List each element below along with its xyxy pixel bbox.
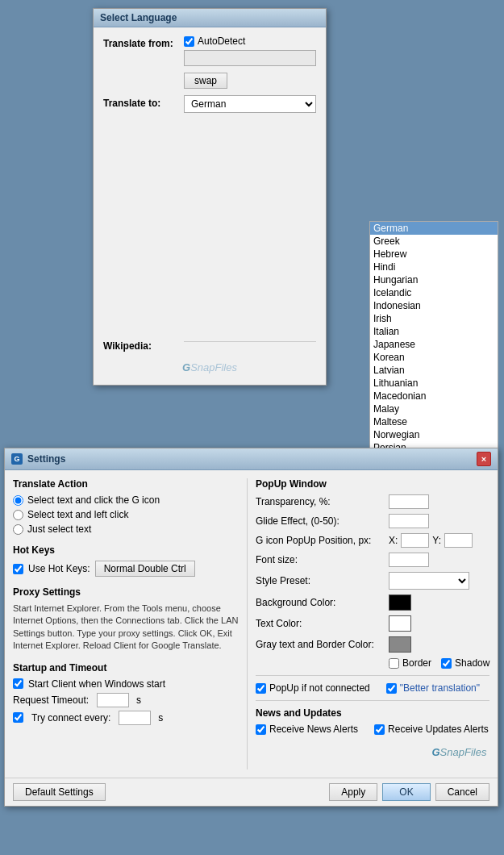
select-language-title: Select Language (100, 12, 177, 23)
language-list-item[interactable]: Icelandic (370, 286, 498, 299)
transparency-input[interactable]: 50 (389, 494, 429, 509)
better-translation-label: "Better translation" (400, 682, 480, 694)
language-list-item[interactable]: Hebrew (370, 248, 498, 261)
g-icon-position-label: G icon PopUp Position, px: (256, 535, 389, 546)
source-language-container: English (184, 50, 316, 66)
translate-from-label: Translate from: (103, 35, 184, 49)
background-color-swatch[interactable] (389, 594, 411, 611)
translate-to-label: Translate to: (103, 95, 184, 109)
news-divider (256, 700, 489, 701)
radio-select[interactable] (13, 524, 23, 535)
select-language-body: Translate from: AutoDetect English swap … (94, 27, 326, 385)
use-hot-keys-checkbox[interactable] (13, 564, 23, 574)
hot-keys-section: Hot Keys Use Hot Keys: Normal Double Ctr… (13, 544, 239, 577)
wikipedia-controls (184, 338, 316, 345)
x-input[interactable]: 2 (401, 533, 429, 548)
try-connect-checkbox[interactable] (13, 712, 23, 723)
radio-select-row: Just select text (13, 523, 239, 535)
translate-from-row: Translate from: AutoDetect English swap (103, 35, 316, 89)
try-connect-row: Try connect every: 20 s (13, 711, 239, 725)
language-list-item[interactable]: Italian (370, 325, 498, 338)
receive-news-row: Receive News Alerts (256, 724, 358, 735)
style-preset-row: Style Preset: (256, 572, 489, 590)
settings-title-bar: G Settings × (5, 448, 498, 470)
border-label: Border (402, 657, 431, 669)
receive-updates-checkbox[interactable] (374, 724, 385, 735)
glide-effect-label: Glide Effect, (0-50): (256, 515, 389, 527)
text-color-swatch[interactable] (389, 615, 411, 632)
language-list-item[interactable]: Norwegian (370, 428, 498, 441)
settings-dialog: G Settings × Translate Action Select tex… (4, 448, 498, 807)
proxy-text: Start Internet Explorer. From the Tools … (13, 603, 239, 653)
language-list-item[interactable]: Irish (370, 312, 498, 325)
translate-action-title: Translate Action (13, 478, 239, 490)
language-list-item[interactable]: Latvian (370, 364, 498, 377)
language-list-item[interactable]: Hindi (370, 261, 498, 273)
swap-button[interactable]: swap (184, 73, 227, 89)
receive-updates-row: Receive Updates Alerts (374, 724, 489, 735)
select-language-title-bar: Select Language (94, 9, 326, 27)
language-list-item[interactable]: Malay (370, 402, 498, 415)
settings-app-icon: G (11, 453, 23, 465)
gray-text-row: Gray text and Border Color: (256, 636, 489, 653)
ok-button[interactable]: OK (382, 783, 430, 801)
language-list-item[interactable]: Japanese (370, 338, 498, 351)
y-input[interactable]: -32 (444, 533, 473, 548)
apply-button[interactable]: Apply (329, 783, 377, 801)
background-color-label: Background Color: (256, 597, 389, 608)
proxy-title: Proxy Settings (13, 586, 239, 598)
popup-not-connected-checkbox[interactable] (256, 683, 266, 694)
start-windows-label: Start Client when Windows start (28, 678, 165, 690)
radio-icon[interactable] (13, 495, 23, 506)
better-translation-checkbox[interactable] (386, 683, 397, 694)
cancel-button[interactable]: Cancel (435, 783, 489, 801)
settings-close-button[interactable]: × (477, 452, 491, 466)
glide-effect-input[interactable]: 10 (389, 514, 429, 528)
gray-text-swatch[interactable] (389, 636, 411, 653)
language-list-item[interactable]: Macedonian (370, 390, 498, 402)
language-list-item[interactable]: Maltese (370, 415, 498, 428)
wikipedia-label: Wikipedia: (103, 338, 184, 352)
shadow-checkbox[interactable] (441, 658, 452, 669)
autodetect-checkbox[interactable] (184, 36, 194, 47)
news-title: News and Updates (256, 707, 489, 719)
request-timeout-row: Request Timeout: 10 s (13, 693, 239, 707)
language-list-item[interactable]: German (370, 222, 498, 235)
language-list-item[interactable]: Lithuanian (370, 377, 498, 390)
language-list-item[interactable]: Korean (370, 351, 498, 364)
radio-left-click-label: Select text and left click (27, 509, 128, 520)
default-settings-button[interactable]: Default Settings (13, 783, 106, 801)
popup-connected-row: PopUp if not connected "Better translati… (256, 682, 489, 694)
settings-footer: Default Settings Apply OK Cancel (5, 778, 498, 806)
font-size-input[interactable]: 10 (389, 553, 429, 567)
style-preset-select[interactable] (389, 572, 469, 590)
background-color-row: Background Color: (256, 594, 489, 611)
language-list-item[interactable]: Greek (370, 235, 498, 248)
news-section: News and Updates Receive News Alerts Rec… (256, 707, 489, 735)
footer-left: Default Settings (13, 783, 329, 801)
shadow-label: Shadow (455, 657, 489, 669)
start-windows-checkbox[interactable] (13, 678, 23, 689)
radio-select-label: Just select text (27, 523, 91, 535)
receive-news-checkbox[interactable] (256, 724, 266, 735)
hot-key-button[interactable]: Normal Double Ctrl (95, 561, 195, 577)
request-timeout-input[interactable]: 10 (97, 693, 129, 707)
font-size-label: Font size: (256, 554, 389, 565)
popup-divider (256, 675, 489, 676)
font-size-row: Font size: 10 (256, 553, 489, 567)
border-checkbox[interactable] (389, 658, 399, 669)
try-connect-unit: s (158, 712, 163, 724)
language-list-item[interactable]: Indonesian (370, 299, 498, 312)
settings-body: Translate Action Select text and click t… (5, 470, 498, 778)
g-icon-position-row: G icon PopUp Position, px: X: 2 Y: -32 (256, 533, 489, 548)
settings-left-column: Translate Action Select text and click t… (13, 478, 247, 770)
settings-watermark: GSnapFiles (256, 744, 489, 760)
autodetect-label: AutoDetect (198, 35, 245, 47)
startup-section: Startup and Timeout Start Client when Wi… (13, 662, 239, 725)
request-timeout-unit: s (136, 694, 141, 706)
try-connect-input[interactable]: 20 (119, 711, 151, 725)
language-list-item[interactable]: Hungarian (370, 273, 498, 286)
radio-left-click[interactable] (13, 510, 23, 520)
try-connect-label: Try connect every: (31, 712, 110, 724)
target-language-select[interactable]: German (184, 95, 316, 113)
